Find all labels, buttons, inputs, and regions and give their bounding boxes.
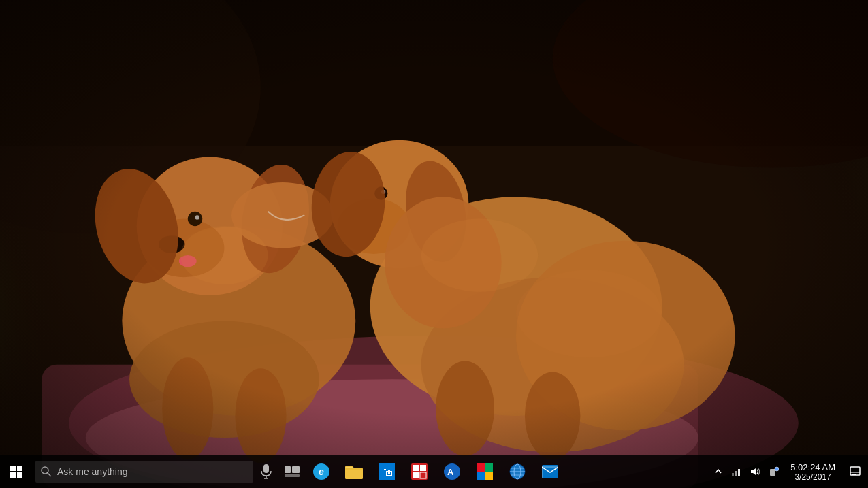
svg-rect-40	[263, 464, 269, 473]
svg-point-35	[180, 226, 268, 284]
speaker-icon	[769, 466, 779, 477]
svg-rect-69	[770, 469, 775, 476]
taskbar-app-store[interactable]: 🛍	[370, 455, 403, 488]
taskbar-app-mail[interactable]	[534, 455, 566, 488]
network-icon	[730, 466, 741, 477]
volume-tray-icon[interactable]	[745, 455, 765, 488]
svg-rect-73	[852, 474, 854, 475]
svg-rect-52	[420, 472, 426, 478]
store-icon: 🛍	[379, 463, 395, 480]
desktop: Ask me anything e	[0, 0, 868, 488]
svg-rect-68	[738, 469, 740, 476]
microphone-icon	[261, 464, 272, 479]
task-view-button[interactable]	[279, 455, 305, 488]
edge-icon: e	[313, 463, 329, 480]
search-bar[interactable]: Ask me anything	[35, 461, 253, 483]
action-center-icon	[850, 466, 861, 477]
svg-rect-44	[292, 466, 300, 473]
svg-rect-56	[485, 463, 493, 472]
svg-rect-74	[854, 474, 856, 475]
svg-rect-43	[285, 466, 291, 473]
app3-icon	[477, 463, 493, 480]
action-center-button[interactable]	[842, 455, 868, 488]
svg-rect-45	[285, 474, 300, 477]
svg-point-37	[516, 270, 662, 358]
clock[interactable]: 5:02:24 AM 3/25/2017	[784, 455, 842, 488]
taskbar-app-file-explorer[interactable]	[338, 455, 370, 488]
taskbar-app-edge[interactable]: e	[305, 455, 338, 488]
tray-icons-area	[726, 455, 784, 488]
show-hidden-icons-button[interactable]	[710, 455, 726, 488]
task-view-icon	[285, 466, 300, 477]
windows-logo-icon	[10, 466, 22, 478]
volume-icon	[750, 466, 760, 477]
system-tray: 5:02:24 AM 3/25/2017	[710, 455, 868, 488]
network-tray-icon[interactable]	[726, 455, 745, 488]
clock-time: 5:02:24 AM	[790, 462, 835, 472]
wallpaper	[0, 0, 868, 488]
svg-rect-49	[413, 465, 419, 471]
svg-rect-55	[477, 463, 485, 472]
search-placeholder: Ask me anything	[57, 466, 253, 477]
svg-text:A: A	[447, 467, 454, 477]
svg-text:🛍: 🛍	[382, 466, 393, 478]
taskbar-app-unknown3[interactable]	[468, 455, 501, 488]
svg-rect-50	[420, 465, 426, 471]
chevron-up-icon	[715, 468, 722, 476]
svg-point-36	[421, 219, 538, 292]
app1-icon	[411, 463, 428, 480]
folder-icon	[345, 464, 363, 479]
svg-point-70	[775, 467, 779, 471]
cortana-mic-button[interactable]	[253, 455, 279, 488]
app2-icon: A	[444, 463, 460, 480]
svg-line-39	[48, 473, 51, 476]
taskbar-app-unknown4[interactable]	[501, 455, 534, 488]
svg-rect-51	[413, 472, 419, 478]
taskbar-app-unknown2[interactable]: A	[436, 455, 468, 488]
search-icon	[35, 461, 57, 483]
svg-rect-66	[732, 473, 734, 476]
mail-icon	[542, 465, 558, 478]
svg-rect-67	[735, 471, 737, 476]
svg-rect-57	[477, 472, 485, 480]
svg-rect-58	[485, 472, 493, 480]
clock-date: 3/25/2017	[794, 472, 831, 482]
speaker-tray-icon[interactable]	[765, 455, 784, 488]
app4-icon	[509, 463, 526, 480]
start-button[interactable]	[0, 455, 33, 488]
taskbar-app-unknown1[interactable]	[403, 455, 436, 488]
taskbar: Ask me anything e	[0, 455, 868, 488]
